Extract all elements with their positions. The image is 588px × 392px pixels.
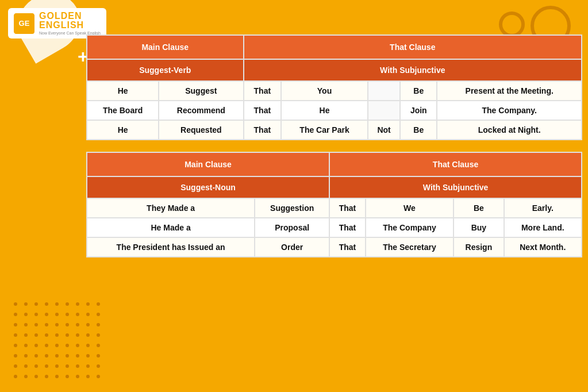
table2: Main Clause That Clause Suggest-Noun Wit…: [86, 152, 582, 258]
table1-subheader1: Suggest-Verb: [87, 59, 244, 81]
table2-row2-cell3: The Secretary: [366, 237, 454, 257]
table1-row1-cell1: Recommend: [159, 101, 243, 120]
table2-row1-cell5: More Land.: [504, 218, 582, 237]
table1-row0-cell5: Be: [400, 81, 437, 101]
logo-text: GOLDEN ENGLISH Now Everyone Can Speak En…: [39, 11, 101, 35]
table2-subheader2: With Subjunctive: [329, 176, 582, 198]
table1-row0-cell6: Present at the Meeting.: [437, 81, 582, 101]
table2-row2-cell5: Next Month.: [504, 237, 582, 257]
table2-row0-cell2: That: [329, 198, 366, 218]
table2-row0-cell5: Early.: [504, 198, 582, 218]
table1: Main Clause That Clause Suggest-Verb Wit…: [86, 34, 582, 140]
logo-icon: GE: [14, 13, 34, 34]
table1-row2-cell5: Be: [400, 120, 437, 140]
tables-wrapper: Main Clause That Clause Suggest-Verb Wit…: [86, 34, 582, 258]
table1-row0-cell0: He: [87, 81, 159, 101]
table2-row1-cell4: Buy: [454, 218, 504, 237]
table2-header2: That Clause: [329, 152, 582, 176]
table1-row1-cell3: He: [281, 101, 368, 120]
logo-title-golden: GOLDEN: [39, 11, 101, 21]
table2-subheader1: Suggest-Noun: [87, 176, 329, 198]
table1-row0-cell1: Suggest: [159, 81, 243, 101]
table1-row2-cell3: The Car Park: [281, 120, 368, 140]
table2-row0-cell0: They Made a: [87, 198, 255, 218]
table1-row1-cell5: Join: [400, 101, 437, 120]
table1-row2-cell6: Locked at Night.: [437, 120, 582, 140]
table1-row1-cell4: [368, 101, 400, 120]
logo-icon-text: GE: [19, 19, 30, 28]
table2-row1-cell1: Proposal: [255, 218, 329, 237]
table1-row1-cell0: The Board: [87, 101, 159, 120]
logo-title-english: ENGLISH: [39, 21, 101, 30]
table1-row2-cell1: Requested: [159, 120, 243, 140]
table2-header1: Main Clause: [87, 152, 329, 176]
table2-row2-cell1: Order: [255, 237, 329, 257]
table1-row2-cell0: He: [87, 120, 159, 140]
table2-row2-cell0: The President has Issued an: [87, 237, 255, 257]
table2-row1-cell2: That: [329, 218, 366, 237]
table1-row2-cell2: That: [244, 120, 282, 140]
table1-subheader2: With Subjunctive: [244, 59, 582, 81]
table1-row1-cell2: That: [244, 101, 282, 120]
table2-row0-cell1: Suggestion: [255, 198, 329, 218]
table1-row1-cell6: The Company.: [437, 101, 582, 120]
deco-circle-2: [499, 11, 525, 37]
table2-row1-cell0: He Made a: [87, 218, 255, 237]
dot-grid-bottom-left: (function(){ const g = document.currentS…: [11, 300, 102, 381]
table2-row1-cell3: The Company: [366, 218, 454, 237]
table1-row0-cell3: You: [281, 81, 368, 101]
table2-row0-cell4: Be: [454, 198, 504, 218]
table1-row0-cell2: That: [244, 81, 282, 101]
table2-row0-cell3: We: [366, 198, 454, 218]
table1-row2-cell4: Not: [368, 120, 400, 140]
table1-header2: That Clause: [244, 35, 582, 59]
table2-row2-cell4: Resign: [454, 237, 504, 257]
table1-header1: Main Clause: [87, 35, 244, 59]
table1-row0-cell4: [368, 81, 400, 101]
table2-row2-cell2: That: [329, 237, 366, 257]
